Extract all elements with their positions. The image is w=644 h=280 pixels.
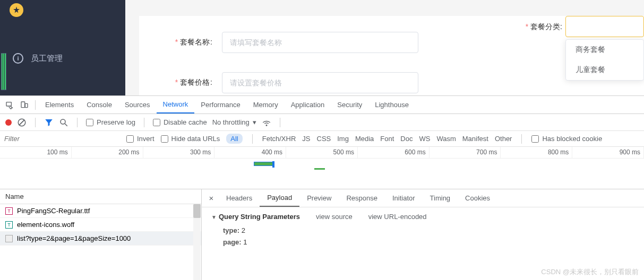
view-source-link[interactable]: view source — [316, 213, 353, 221]
view-url-encoded-link[interactable]: view URL-encoded — [368, 213, 427, 221]
svg-point-5 — [61, 119, 65, 124]
invert-checkbox[interactable]: Invert — [126, 135, 154, 143]
input-setmeal-price[interactable] — [222, 72, 418, 93]
filter-type-font[interactable]: Font — [380, 135, 394, 143]
filter-type-img[interactable]: Img — [337, 135, 349, 143]
form-row-name: *套餐名称: *套餐分类: — [171, 32, 612, 53]
scrollbar-thumb[interactable] — [193, 204, 201, 218]
request-list-body: T PingFangSC-Regular.ttf T element-icons… — [0, 204, 201, 280]
input-setmeal-name[interactable] — [222, 32, 418, 53]
filter-type-fetch[interactable]: Fetch/XHR — [262, 135, 296, 143]
svg-rect-2 — [25, 103, 28, 107]
separator — [144, 118, 144, 127]
request-row[interactable]: T element-icons.woff — [0, 218, 201, 232]
request-list: Name T PingFangSC-Regular.ttf T element-… — [0, 189, 202, 280]
separator — [521, 134, 522, 144]
preserve-log-checkbox[interactable]: Preserve log — [86, 118, 135, 126]
export-har-icon[interactable] — [304, 118, 313, 127]
detail-tab-payload[interactable]: Payload — [260, 189, 299, 207]
request-row[interactable]: list?type=2&page=1&pageSize=1000 — [0, 232, 201, 246]
network-conditions-icon[interactable] — [262, 118, 271, 127]
device-toggle-icon[interactable] — [17, 96, 32, 113]
dropdown-item-business[interactable]: 商务套餐 — [566, 40, 643, 60]
separator — [252, 134, 253, 144]
filter-type-doc[interactable]: Doc — [400, 135, 413, 143]
column-name[interactable]: Name — [0, 189, 201, 204]
label-name: *套餐名称: — [171, 38, 212, 47]
tab-security[interactable]: Security — [331, 96, 368, 113]
request-name: element-icons.woff — [17, 221, 74, 229]
dropdown-item-kids[interactable]: 儿童套餐 — [566, 60, 643, 80]
filter-type-css[interactable]: CSS — [317, 135, 331, 143]
info-icon: i — [13, 53, 23, 64]
sidebar-indicator — [1, 53, 6, 90]
detail-tab-response[interactable]: Response — [339, 189, 385, 207]
tick: 400 ms — [214, 147, 286, 158]
request-name: PingFangSC-Regular.ttf — [17, 207, 90, 215]
devtools: Elements Console Sources Network Perform… — [0, 95, 644, 280]
svg-line-4 — [19, 119, 25, 125]
qsp-header: ▼Query String Parameters view source vie… — [211, 213, 634, 221]
tick: 500 ms — [286, 147, 358, 158]
filter-type-wasm[interactable]: Wasm — [436, 135, 456, 143]
detail-tab-headers[interactable]: Headers — [219, 189, 260, 207]
search-icon[interactable] — [59, 118, 68, 127]
category-dropdown: 商务套餐 儿童套餐 — [565, 39, 644, 81]
qsp-toggle[interactable]: ▼Query String Parameters — [211, 213, 300, 221]
tab-application[interactable]: Application — [285, 96, 331, 113]
hide-data-urls-checkbox[interactable]: Hide data URLs — [161, 135, 220, 143]
separator — [35, 118, 36, 127]
inspect-icon[interactable] — [2, 96, 17, 113]
tab-console[interactable]: Console — [80, 96, 118, 113]
sidebar-logo — [0, 3, 125, 22]
filter-icon[interactable] — [44, 118, 54, 127]
has-blocked-cookie-checkbox[interactable]: Has blocked cookie — [531, 135, 602, 143]
sidebar: i 员工管理 — [0, 0, 125, 95]
tab-elements[interactable]: Elements — [39, 96, 80, 113]
filter-type-js[interactable]: JS — [302, 135, 310, 143]
tab-network[interactable]: Network — [157, 96, 195, 113]
record-button[interactable] — [5, 119, 12, 126]
svg-rect-0 — [6, 102, 11, 106]
timeline-body — [0, 159, 644, 189]
throttling-select[interactable]: No throttling▾ — [212, 118, 256, 126]
svg-point-7 — [266, 125, 267, 126]
detail-tab-preview[interactable]: Preview — [299, 189, 339, 207]
filter-type-manifest[interactable]: Manifest — [462, 135, 488, 143]
timeline[interactable]: 100 ms 200 ms 300 ms 400 ms 500 ms 600 m… — [0, 147, 644, 189]
sidebar-item-label: 员工管理 — [31, 54, 63, 64]
import-har-icon[interactable] — [289, 118, 298, 127]
disable-cache-checkbox[interactable]: Disable cache — [153, 118, 207, 126]
tab-memory[interactable]: Memory — [247, 96, 285, 113]
brand-icon — [10, 3, 23, 17]
category-select-trigger[interactable] — [565, 16, 644, 37]
network-filter-row: Invert Hide data URLs All Fetch/XHR JS C… — [0, 131, 644, 147]
label-price: *套餐价格: — [171, 78, 212, 88]
devtools-tabbar: Elements Console Sources Network Perform… — [0, 96, 644, 114]
separator — [280, 118, 280, 127]
detail-tab-cookies[interactable]: Cookies — [458, 189, 497, 207]
font-file-icon: T — [5, 207, 13, 215]
separator — [77, 118, 78, 127]
filter-type-media[interactable]: Media — [355, 135, 374, 143]
detail-tabbar: × Headers Payload Preview Response Initi… — [202, 189, 644, 207]
detail-body: ▼Query String Parameters view source vie… — [202, 207, 644, 253]
filter-type-other[interactable]: Other — [495, 135, 512, 143]
form-row-price: *套餐价格: — [171, 72, 612, 93]
detail-tab-timing[interactable]: Timing — [423, 189, 458, 207]
close-icon[interactable]: × — [204, 194, 219, 203]
timeline-bar — [314, 168, 325, 170]
filter-type-all[interactable]: All — [226, 134, 242, 144]
clear-button[interactable] — [17, 118, 27, 127]
svg-line-6 — [65, 124, 67, 126]
tick: 800 ms — [501, 147, 572, 158]
filter-type-ws[interactable]: WS — [419, 135, 430, 143]
tab-lighthouse[interactable]: Lighthouse — [368, 96, 415, 113]
tab-performance[interactable]: Performance — [194, 96, 246, 113]
filter-input[interactable] — [3, 133, 120, 145]
xhr-file-icon — [5, 235, 13, 242]
sidebar-item-staff[interactable]: i 员工管理 — [0, 43, 125, 73]
request-row[interactable]: T PingFangSC-Regular.ttf — [0, 204, 201, 218]
tab-sources[interactable]: Sources — [118, 96, 157, 113]
detail-tab-initiator[interactable]: Initiator — [385, 189, 423, 207]
